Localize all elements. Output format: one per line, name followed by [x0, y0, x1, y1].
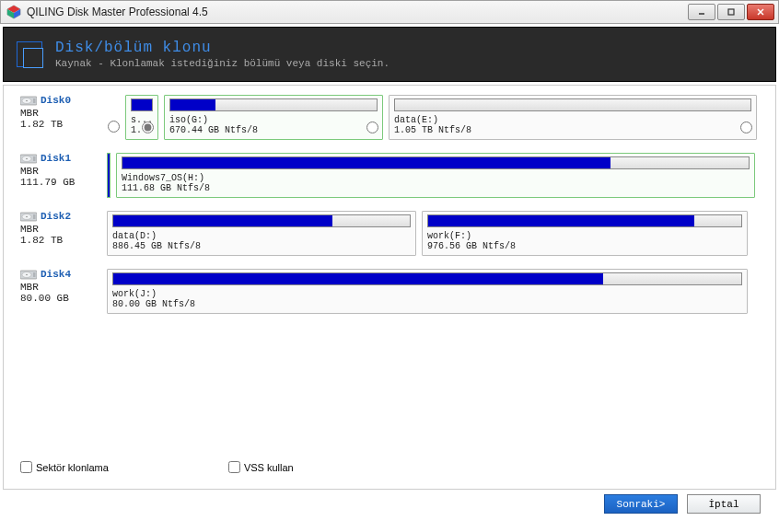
svg-rect-11	[33, 98, 36, 103]
sector-clone-label: Sektör klonlama	[36, 462, 109, 473]
svg-point-14	[26, 158, 28, 160]
next-button[interactable]: Sonraki>	[604, 494, 678, 514]
main-panel: Disk0MBR1.82 TBs...1.iso(G:)670.44 GB Nt…	[3, 85, 776, 490]
disk-type: MBR	[20, 224, 101, 235]
sector-clone-checkbox[interactable]: Sektör klonlama	[20, 461, 109, 473]
disk-size: 1.82 TB	[20, 235, 101, 246]
disk-size: 1.82 TB	[20, 119, 101, 130]
partition[interactable]: work(F:)976.56 GB Ntfs/8	[422, 211, 748, 256]
disk-row: Disk0MBR1.82 TBs...1.iso(G:)670.44 GB Nt…	[20, 95, 759, 140]
partition-meta: 111.68 GB Ntfs/8	[122, 183, 750, 193]
partition-radio-input[interactable]	[366, 121, 378, 133]
svg-rect-23	[33, 272, 36, 277]
window-title: QILING Disk Master Professional 4.5	[27, 6, 688, 18]
maximize-button[interactable]	[717, 4, 745, 20]
partition-radio-input[interactable]	[142, 121, 154, 133]
cancel-button[interactable]: İptal	[687, 494, 761, 514]
svg-point-10	[26, 100, 28, 102]
partition-meta: 80.00 GB Ntfs/8	[112, 299, 742, 309]
partition-radio[interactable]	[740, 121, 752, 135]
partition-radio[interactable]	[366, 121, 378, 135]
minimize-button[interactable]	[688, 4, 715, 20]
disk-info: Disk4MBR80.00 GB	[20, 269, 101, 304]
disk-type: MBR	[20, 166, 101, 177]
close-button[interactable]	[747, 4, 774, 20]
disk-radio[interactable]	[107, 95, 120, 133]
disk-size: 111.79 GB	[20, 177, 101, 188]
vss-checkbox[interactable]: VSS kullan	[228, 461, 294, 473]
disk-name: Disk1	[20, 153, 101, 164]
disk-radio-input[interactable]	[108, 121, 120, 133]
partition-bar	[122, 156, 750, 169]
page-title: Disk/bölüm klonu	[55, 40, 390, 56]
partition-radio-input[interactable]	[740, 121, 752, 133]
partition-bar	[394, 98, 751, 111]
partition-bar	[427, 214, 742, 227]
vss-input[interactable]	[228, 461, 240, 473]
partitions: data(D:)886.45 GB Ntfs/8work(F:)976.56 G…	[107, 211, 759, 256]
partition[interactable]: s...1.	[125, 95, 158, 140]
partition-label: work(J:)	[112, 289, 742, 299]
partition-bar	[169, 98, 378, 111]
partitions: Windows7_OS(H:)111.68 GB Ntfs/8	[107, 153, 759, 198]
clone-icon	[17, 41, 42, 67]
footer-buttons: Sonraki> İptal	[604, 494, 761, 514]
svg-rect-15	[33, 156, 36, 161]
partition-bar	[112, 272, 742, 285]
disk-name: Disk0	[20, 95, 101, 106]
svg-point-22	[26, 274, 28, 276]
disk-row: Disk1MBR111.79 GBWindows7_OS(H:)111.68 G…	[20, 153, 759, 198]
titlebar: QILING Disk Master Professional 4.5	[0, 0, 779, 24]
svg-rect-5	[728, 9, 734, 15]
disk-info: Disk1MBR111.79 GB	[20, 153, 101, 188]
vss-label: VSS kullan	[244, 462, 294, 473]
partition-bar	[131, 98, 153, 111]
svg-rect-19	[33, 214, 36, 219]
disk-info: Disk2MBR1.82 TB	[20, 211, 101, 246]
partition[interactable]: work(J:)80.00 GB Ntfs/8	[107, 269, 748, 314]
sector-clone-input[interactable]	[20, 461, 32, 473]
partition[interactable]: data(D:)886.45 GB Ntfs/8	[107, 211, 416, 256]
disk-type: MBR	[20, 282, 101, 293]
partition-label: Windows7_OS(H:)	[122, 173, 750, 183]
options-row: Sektör klonlama VSS kullan	[20, 461, 294, 473]
partition[interactable]: data(E:)1.05 TB Ntfs/8	[389, 95, 757, 140]
partition[interactable]: Windows7_OS(H:)111.68 GB Ntfs/8	[116, 153, 755, 198]
page-header: Disk/bölüm klonu Kaynak - Klonlamak iste…	[3, 27, 776, 82]
app-logo-icon	[6, 5, 21, 19]
partitions: work(J:)80.00 GB Ntfs/8	[107, 269, 759, 314]
svg-point-18	[26, 216, 28, 218]
partition-label: iso(G:)	[169, 115, 378, 125]
partition[interactable]: iso(G:)670.44 GB Ntfs/8	[164, 95, 383, 140]
partition-label: data(D:)	[112, 231, 411, 241]
partitions: s...1.iso(G:)670.44 GB Ntfs/8data(E:)1.0…	[125, 95, 759, 140]
leading-strip	[107, 153, 110, 198]
disk-row: Disk4MBR80.00 GBwork(J:)80.00 GB Ntfs/8	[20, 269, 759, 314]
partition-meta: 670.44 GB Ntfs/8	[169, 125, 378, 135]
disk-row: Disk2MBR1.82 TBdata(D:)886.45 GB Ntfs/8w…	[20, 211, 759, 256]
page-subtitle: Kaynak - Klonlamak istediğiniz bölümü ve…	[55, 58, 390, 69]
disk-type: MBR	[20, 108, 101, 119]
disk-size: 80.00 GB	[20, 293, 101, 304]
disk-name: Disk2	[20, 211, 101, 222]
disk-name: Disk4	[20, 269, 101, 280]
partition-meta: 1.05 TB Ntfs/8	[394, 125, 751, 135]
partition-label: work(F:)	[427, 231, 742, 241]
partition-radio[interactable]	[142, 121, 154, 135]
partition-meta: 976.56 GB Ntfs/8	[427, 241, 742, 251]
partition-label: data(E:)	[394, 115, 751, 125]
partition-bar	[112, 214, 411, 227]
disk-info: Disk0MBR1.82 TB	[20, 95, 101, 130]
partition-meta: 886.45 GB Ntfs/8	[112, 241, 411, 251]
